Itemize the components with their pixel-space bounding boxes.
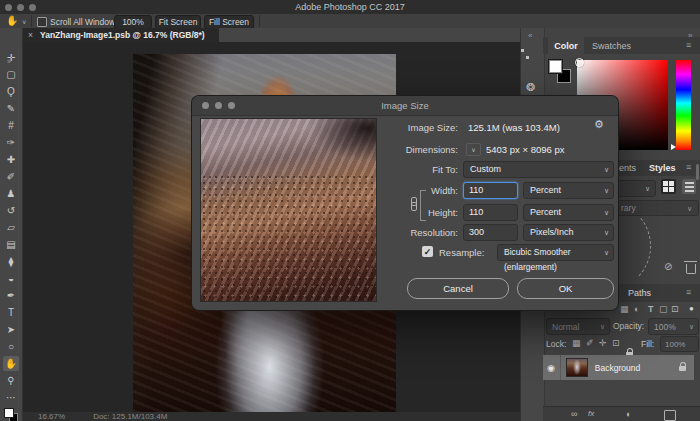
quick-select-tool[interactable]: ✎	[3, 101, 19, 116]
tab-swatches[interactable]: Swatches	[592, 41, 631, 51]
tab-partial-left[interactable]: ents	[619, 163, 636, 173]
path-select-tool[interactable]: ➤	[3, 322, 19, 337]
move-tool[interactable]: ✛	[3, 50, 19, 65]
trash-icon[interactable]	[686, 264, 696, 274]
status-doc-size[interactable]: Doc: 125.1M/103.4M	[93, 412, 167, 421]
layer-thumbnail[interactable]	[566, 358, 588, 377]
zoom-tool[interactable]: ⚲	[3, 373, 19, 388]
eraser-tool[interactable]: ▱	[3, 220, 19, 235]
fit-to-dropdown[interactable]: Custom ∨	[463, 161, 614, 178]
resample-checkbox[interactable]: ✓	[422, 246, 433, 257]
tab-title: YanZhang-Image1.psb @ 16.7% (RGB/8*)	[40, 30, 205, 40]
marquee-tool[interactable]: ▢	[3, 67, 19, 82]
adjustments-panel-icon[interactable]: ❂	[526, 81, 535, 94]
edit-toolbar-button[interactable]: ⋯	[3, 390, 19, 405]
hue-strip[interactable]	[676, 60, 691, 150]
library-label-partial: rary	[621, 203, 636, 213]
history-brush-tool[interactable]: ↺	[3, 203, 19, 218]
tool-preset-chevron-icon[interactable]: ∨	[22, 18, 26, 25]
filter-shape-layers-icon[interactable]: ▢	[659, 304, 668, 314]
tab-styles[interactable]: Styles	[649, 163, 676, 173]
eyedropper-tool[interactable]: ✑	[3, 135, 19, 150]
hand-tool[interactable]: ✋	[3, 356, 19, 371]
chevron-down-icon: ∨	[604, 245, 609, 260]
shape-tool[interactable]: ○	[3, 339, 19, 354]
opacity-label: Opacity:	[613, 321, 644, 331]
resolution-label: Resolution:	[342, 227, 458, 238]
divider	[259, 15, 260, 27]
panel-scrollbar[interactable]	[696, 164, 699, 180]
hand-tool-icon: ✋	[6, 15, 18, 26]
layer-row-background[interactable]: ◉ Background	[543, 355, 694, 380]
ok-button[interactable]: OK	[517, 278, 614, 299]
dialog-title-bar[interactable]: Image Size	[192, 96, 618, 116]
chevron-down-icon: ∨	[604, 225, 609, 240]
filter-toggle-icon[interactable]: ●	[689, 304, 694, 313]
layer-style-fx-icon[interactable]: fx	[588, 409, 594, 418]
pen-tool[interactable]: ✒	[3, 288, 19, 303]
lock-artboard-icon[interactable]: ⊡	[612, 338, 620, 348]
grid-view-button[interactable]	[661, 179, 676, 194]
foreground-color-swatch[interactable]	[4, 408, 14, 418]
height-input[interactable]: 110	[463, 204, 518, 221]
cancel-button[interactable]: Cancel	[407, 278, 509, 299]
color-picker-ring[interactable]	[575, 58, 584, 67]
dodge-tool[interactable]: ◒	[3, 271, 19, 286]
dock-collapse-icon[interactable]: «	[528, 31, 532, 40]
dimensions-unit-chevron[interactable]: ∨	[466, 143, 481, 156]
scroll-all-windows-checkbox[interactable]	[37, 17, 47, 27]
link-layers-icon[interactable]: ∞	[571, 409, 577, 419]
lock-transparent-icon[interactable]: ▦	[572, 338, 581, 348]
zoom-100-button[interactable]: 100%	[114, 15, 152, 29]
status-zoom-level[interactable]: 16.67%	[38, 412, 65, 421]
tab-color[interactable]: Color	[548, 37, 584, 54]
resample-label: Resample:	[439, 247, 484, 258]
eye-off-icon[interactable]: ⊘	[664, 261, 672, 272]
lasso-tool[interactable]: Ϙ	[3, 84, 19, 99]
blend-mode-dropdown[interactable]: Normal ∨	[546, 318, 610, 335]
fill-value: 100%	[665, 340, 685, 349]
fill-label: Fill:	[641, 339, 654, 349]
list-view-button[interactable]	[682, 179, 696, 194]
crop-tool[interactable]: #	[3, 118, 19, 133]
lock-position-icon[interactable]: ✛	[599, 338, 607, 348]
height-unit-dropdown[interactable]: Percent ∨	[523, 204, 614, 221]
filter-smart-object-icon[interactable]: ⊡	[671, 304, 679, 314]
photoshop-window: Adobe Photoshop CC 2017 ✋ ∨ Scroll All W…	[0, 0, 700, 421]
gear-icon[interactable]: ⚙	[594, 118, 604, 131]
width-unit-value: Percent	[530, 185, 561, 195]
resolution-unit-dropdown[interactable]: Pixels/Inch ∨	[523, 224, 614, 241]
clone-stamp-tool[interactable]: ♟	[3, 186, 19, 201]
filter-adjustment-layers-icon[interactable]: ◐	[634, 304, 639, 314]
width-input[interactable]: 110	[463, 182, 518, 199]
styles-panel-menu-icon[interactable]: ≡	[686, 162, 691, 172]
document-tab[interactable]: × YanZhang-Image1.psb @ 16.7% (RGB/8*)	[22, 28, 219, 42]
resample-dropdown[interactable]: Bicubic Smoother (enlargement) ∨	[497, 244, 614, 261]
brush-tool[interactable]: ✐	[3, 169, 19, 184]
layer-visibility-eye-icon[interactable]: ◉	[547, 363, 555, 373]
paths-panel-menu-icon[interactable]: ≡	[686, 287, 691, 297]
opacity-dropdown[interactable]: 100% ∨	[648, 318, 699, 335]
resolution-input[interactable]: 300	[463, 224, 518, 241]
adjustment-layer-icon[interactable]: ◐	[626, 409, 631, 419]
width-unit-dropdown[interactable]: Percent ∨	[523, 182, 614, 199]
foreground-color-swatch-panel[interactable]	[548, 59, 563, 74]
hue-marker[interactable]	[671, 144, 676, 150]
healing-brush-tool[interactable]: ✚	[3, 152, 19, 167]
gradient-tool[interactable]: ▤	[3, 237, 19, 252]
tab-close-icon[interactable]: ×	[28, 30, 33, 40]
type-tool[interactable]: T	[3, 305, 19, 320]
color-panel-menu-icon[interactable]: ≡	[686, 40, 691, 50]
tab-paths[interactable]: Paths	[628, 288, 651, 298]
filter-pixel-layers-icon[interactable]: ▦	[620, 304, 629, 314]
blur-tool[interactable]: ⧫	[3, 254, 19, 269]
fill-dropdown[interactable]: 100%	[660, 336, 699, 352]
divider	[31, 15, 32, 27]
filter-type-layers-icon[interactable]: T	[648, 304, 654, 314]
new-layer-icon[interactable]	[664, 410, 676, 421]
layer-name: Background	[595, 363, 640, 373]
fill-screen-button[interactable]: Fill Screen	[204, 15, 254, 29]
lock-paint-icon[interactable]: ✐	[586, 338, 594, 348]
fit-screen-button[interactable]: Fit Screen	[155, 15, 201, 29]
height-unit-value: Percent	[530, 207, 561, 217]
